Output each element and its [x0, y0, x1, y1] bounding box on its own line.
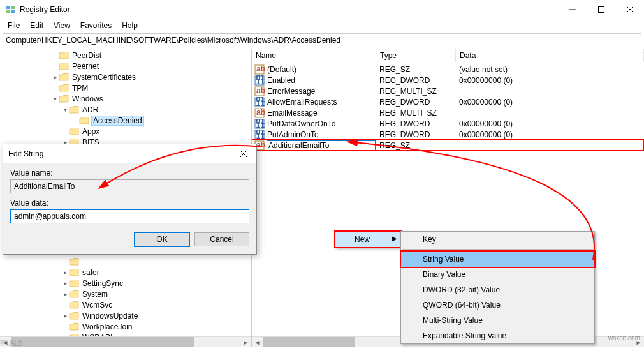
- value-type: REG_SZ: [376, 141, 455, 150]
- minimize-button[interactable]: [558, 0, 587, 19]
- ctx-expandstring-value[interactable]: Expandable String Value: [401, 328, 594, 343]
- list-row[interactable]: abAdditionalEmailToREG_SZ: [252, 140, 644, 151]
- tree-label: AccessDenied: [91, 116, 144, 126]
- menu-favorites[interactable]: Favorites: [75, 20, 117, 31]
- folder-icon: [69, 257, 79, 266]
- value-name: AdditionalEmailTo: [267, 140, 376, 151]
- ctx-string-value[interactable]: String Value: [401, 252, 594, 267]
- tree-item[interactable]: ▸SystemCertificates: [0, 71, 251, 82]
- list-row[interactable]: ab(Default)REG_SZ(value not set): [252, 64, 644, 75]
- tree-hscroll[interactable]: ◄►: [0, 336, 251, 347]
- title-bar: Registry Editor: [0, 0, 644, 19]
- tree-item[interactable]: ▸SettingSync: [0, 278, 251, 289]
- menu-file[interactable]: File: [3, 20, 25, 31]
- value-type-icon: 011110: [254, 130, 265, 140]
- tree-label: WorkplaceJoin: [81, 322, 133, 331]
- svg-text:ab: ab: [256, 108, 265, 117]
- tree-item[interactable]: Peernet: [0, 61, 251, 71]
- expand-icon[interactable]: ▸: [61, 290, 69, 297]
- list-row[interactable]: abErrorMessageREG_MULTI_SZ: [252, 86, 644, 96]
- value-name: Enabled: [267, 76, 376, 85]
- col-data[interactable]: Data: [456, 49, 644, 62]
- ctx-key[interactable]: Key: [401, 232, 594, 247]
- svg-text:ab: ab: [256, 140, 265, 149]
- dialog-close-button[interactable]: [231, 145, 256, 163]
- tree-label: Peernet: [71, 62, 100, 71]
- value-type: REG_DWORD: [376, 76, 455, 85]
- list-row[interactable]: abEmailMessageREG_MULTI_SZ: [252, 107, 644, 118]
- col-type[interactable]: Type: [376, 49, 456, 62]
- tree-item[interactable]: WorkplaceJoin: [0, 321, 251, 332]
- menu-help[interactable]: Help: [117, 20, 143, 31]
- ctx-qword-value[interactable]: QWORD (64-bit) Value: [401, 297, 594, 313]
- tree-item[interactable]: Appx: [0, 126, 251, 137]
- ctx-multistring-value[interactable]: Multi-String Value: [401, 313, 594, 328]
- folder-icon: [59, 51, 69, 60]
- tree-label: SettingSync: [81, 279, 124, 288]
- tree-item[interactable]: ▸WindowsUpdate: [0, 310, 251, 321]
- expand-icon[interactable]: ▾: [51, 95, 59, 102]
- tree-label: TPM: [71, 84, 89, 93]
- value-type-icon: ab: [254, 86, 265, 96]
- expand-icon[interactable]: ▸: [51, 73, 59, 80]
- cancel-button[interactable]: Cancel: [194, 232, 249, 246]
- watermark: wsxdn.com: [608, 334, 640, 342]
- tree-item[interactable]: ▸safer: [0, 267, 251, 278]
- value-name: PutAdminOnTo: [267, 130, 376, 139]
- tree-item[interactable]: PeerDist: [0, 50, 251, 61]
- menu-edit[interactable]: Edit: [25, 20, 48, 31]
- value-type-icon: 011110: [254, 97, 265, 107]
- folder-icon: [79, 116, 89, 125]
- folder-icon: [59, 73, 69, 82]
- list-row[interactable]: 011110PutAdminOnToREG_DWORD0x00000000 (0…: [252, 129, 644, 140]
- app-icon: [5, 4, 15, 15]
- tree-item[interactable]: ▾Windows: [0, 93, 251, 104]
- value-data: 0x00000000 (0): [455, 76, 513, 85]
- ctx-binary-value[interactable]: Binary Value: [401, 267, 594, 282]
- value-data-input[interactable]: [10, 209, 249, 223]
- menu-view[interactable]: View: [48, 20, 75, 31]
- tree-item[interactable]: [0, 256, 251, 267]
- value-data: 0x00000000 (0): [455, 119, 513, 128]
- value-name: EmailMessage: [267, 109, 376, 117]
- value-type: REG_MULTI_SZ: [376, 109, 455, 117]
- folder-icon: [69, 301, 79, 310]
- svg-text:110: 110: [256, 131, 265, 140]
- ctx-dword-value[interactable]: DWORD (32-bit) Value: [401, 282, 594, 297]
- close-button[interactable]: [615, 0, 644, 19]
- value-name: (Default): [267, 65, 376, 74]
- list-row[interactable]: 011110EnabledREG_DWORD0x00000000 (0): [252, 75, 644, 86]
- tree-item[interactable]: TPM: [0, 82, 251, 93]
- tree-item[interactable]: WcmSvc: [0, 299, 251, 310]
- value-name-label: Value name:: [10, 169, 249, 177]
- tree-label: safer: [81, 268, 101, 277]
- ctx-new[interactable]: New▶: [335, 232, 401, 247]
- col-name[interactable]: Name: [252, 49, 376, 62]
- expand-icon[interactable]: ▸: [61, 312, 69, 319]
- expand-icon[interactable]: ▸: [61, 280, 69, 287]
- list-row[interactable]: 011110AllowEmailRequestsREG_DWORD0x00000…: [252, 96, 644, 107]
- context-menu: New▶: [335, 231, 402, 248]
- value-type: REG_MULTI_SZ: [376, 87, 455, 96]
- tree-item[interactable]: ▸System: [0, 289, 251, 299]
- svg-rect-5: [598, 6, 604, 12]
- value-data: 0x00000000 (0): [455, 98, 513, 107]
- svg-text:110: 110: [256, 121, 265, 129]
- tree-label: WindowsUpdate: [81, 312, 139, 320]
- tree-item[interactable]: ▾ADR: [0, 104, 251, 115]
- address-bar[interactable]: Computer\HKEY_LOCAL_MACHINE\SOFTWARE\Pol…: [3, 33, 641, 47]
- folder-icon: [69, 268, 79, 277]
- tree-label: PeerDist: [71, 51, 103, 60]
- ok-button[interactable]: OK: [135, 232, 189, 246]
- tree-label: System: [81, 290, 109, 299]
- svg-text:ab: ab: [256, 86, 265, 95]
- value-type: REG_DWORD: [376, 119, 455, 128]
- list-row[interactable]: 011110PutDataOwnerOnToREG_DWORD0x0000000…: [252, 118, 644, 129]
- maximize-button[interactable]: [587, 0, 615, 19]
- expand-icon[interactable]: ▾: [61, 106, 69, 113]
- tree-item[interactable]: AccessDenied: [0, 115, 251, 126]
- value-type-icon: ab: [254, 108, 265, 118]
- expand-icon[interactable]: ▸: [61, 269, 69, 276]
- svg-rect-0: [6, 6, 10, 9]
- value-name: AllowEmailRequests: [267, 98, 376, 107]
